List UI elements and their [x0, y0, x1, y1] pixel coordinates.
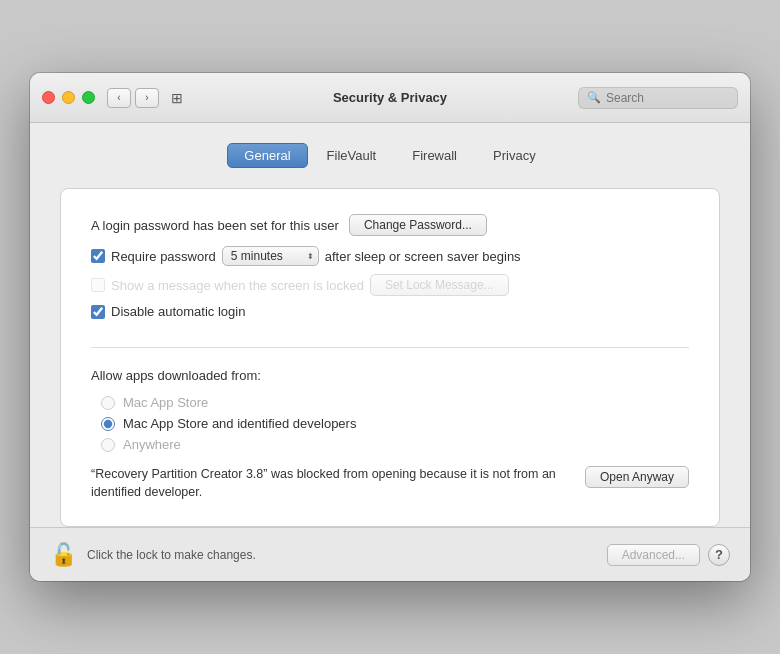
require-password-label: Require password: [111, 249, 216, 264]
radio-mac-app-store-identified[interactable]: [101, 417, 115, 431]
tab-general[interactable]: General: [227, 143, 307, 168]
search-input[interactable]: [606, 91, 729, 105]
titlebar: ‹ › ⊞ Security & Privacy 🔍: [30, 73, 750, 123]
footer: 🔓 Click the lock to make changes. Advanc…: [30, 527, 750, 581]
allow-apps-title: Allow apps downloaded from:: [91, 368, 689, 383]
tab-firewall[interactable]: Firewall: [395, 143, 474, 168]
window-title: Security & Privacy: [333, 90, 447, 105]
grid-button[interactable]: ⊞: [165, 88, 189, 108]
radio-mac-app-store-row: Mac App Store: [101, 395, 689, 410]
allow-apps-section: Allow apps downloaded from: Mac App Stor…: [91, 368, 689, 501]
main-content: General FileVault Firewall Privacy A log…: [30, 123, 750, 527]
settings-panel: A login password has been set for this u…: [60, 188, 720, 527]
radio-mac-app-store-identified-row: Mac App Store and identified developers: [101, 416, 689, 431]
lock-icon[interactable]: 🔓: [50, 542, 77, 568]
nav-buttons: ‹ ›: [107, 88, 159, 108]
require-password-row: Require password 5 minutes immediately 5…: [91, 246, 689, 266]
login-password-text: A login password has been set for this u…: [91, 218, 339, 233]
show-message-checkbox: [91, 278, 105, 292]
maximize-button[interactable]: [82, 91, 95, 104]
disable-login-checkbox[interactable]: [91, 305, 105, 319]
require-password-dropdown-wrapper: 5 minutes immediately 5 seconds 1 minute…: [222, 246, 319, 266]
disable-login-row: Disable automatic login: [91, 304, 689, 319]
traffic-lights: [42, 91, 95, 104]
close-button[interactable]: [42, 91, 55, 104]
lock-text: Click the lock to make changes.: [87, 548, 597, 562]
help-button[interactable]: ?: [708, 544, 730, 566]
login-password-section: A login password has been set for this u…: [91, 214, 689, 348]
radio-mac-app-store-label: Mac App Store: [123, 395, 208, 410]
disable-login-label: Disable automatic login: [111, 304, 245, 319]
require-password-dropdown[interactable]: 5 minutes immediately 5 seconds 1 minute…: [222, 246, 319, 266]
search-bar[interactable]: 🔍: [578, 87, 738, 109]
radio-mac-app-store: [101, 396, 115, 410]
system-preferences-window: ‹ › ⊞ Security & Privacy 🔍 General FileV…: [30, 73, 750, 581]
open-anyway-button[interactable]: Open Anyway: [585, 466, 689, 488]
tab-privacy[interactable]: Privacy: [476, 143, 553, 168]
require-password-checkbox[interactable]: [91, 249, 105, 263]
show-message-label: Show a message when the screen is locked: [111, 278, 364, 293]
blocked-app-row: “Recovery Partition Creator 3.8” was blo…: [91, 466, 689, 501]
blocked-app-text: “Recovery Partition Creator 3.8” was blo…: [91, 466, 569, 501]
radio-mac-app-store-identified-label: Mac App Store and identified developers: [123, 416, 356, 431]
show-message-row: Show a message when the screen is locked…: [91, 274, 689, 296]
login-password-row: A login password has been set for this u…: [91, 214, 689, 236]
radio-anywhere-row: Anywhere: [101, 437, 689, 452]
tab-filevault[interactable]: FileVault: [310, 143, 394, 168]
radio-anywhere-label: Anywhere: [123, 437, 181, 452]
forward-button[interactable]: ›: [135, 88, 159, 108]
tabs: General FileVault Firewall Privacy: [60, 143, 720, 168]
back-button[interactable]: ‹: [107, 88, 131, 108]
advanced-button[interactable]: Advanced...: [607, 544, 700, 566]
search-icon: 🔍: [587, 91, 601, 104]
radio-group: Mac App Store Mac App Store and identifi…: [101, 395, 689, 452]
after-sleep-text: after sleep or screen saver begins: [325, 249, 521, 264]
change-password-button[interactable]: Change Password...: [349, 214, 487, 236]
radio-anywhere: [101, 438, 115, 452]
set-lock-message-button: Set Lock Message...: [370, 274, 509, 296]
footer-right: Advanced... ?: [607, 544, 730, 566]
minimize-button[interactable]: [62, 91, 75, 104]
